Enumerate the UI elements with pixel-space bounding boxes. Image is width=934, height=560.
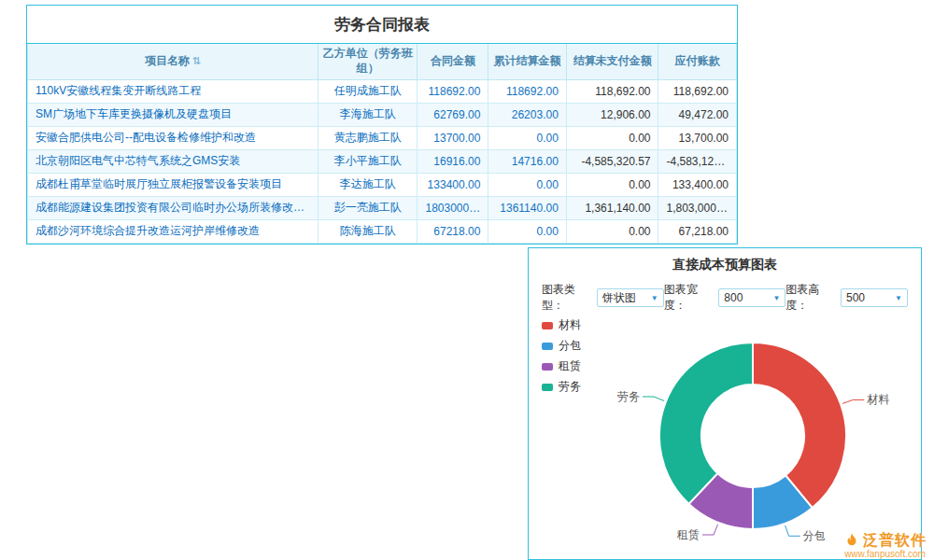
unit-link[interactable]: 李海施工队 [318, 103, 417, 126]
column-header: 乙方单位（劳务班组） [318, 44, 417, 79]
settled-amount: 26203.00 [488, 103, 566, 126]
project-name-link[interactable]: 北京朝阳区电气中芯特气系统之GMS安装 [28, 149, 318, 173]
sort-icon[interactable]: ⇅ [192, 55, 201, 66]
unit-link[interactable]: 陈海施工队 [318, 219, 417, 243]
column-header: 应付账款 [658, 44, 737, 79]
chevron-down-icon: ▼ [895, 294, 902, 302]
unpaid-amount: -4,585,320.57 [566, 149, 658, 173]
pie-label-line [785, 525, 800, 536]
pie-label-line [643, 397, 664, 401]
unit-link[interactable]: 黄志鹏施工队 [318, 126, 417, 149]
vendor-watermark: 泛普软件 www.fanpusoft.com [843, 532, 927, 559]
settled-amount: 0.00 [488, 219, 566, 243]
report-table-body: 110kV安徽线程集变开断线路工程任明成施工队118692.00118692.0… [28, 79, 737, 243]
flame-logo-icon [843, 532, 860, 549]
chart-title: 直接成本预算图表 [529, 248, 921, 280]
report-table: 项目名称⇅乙方单位（劳务班组）合同金额累计结算金额结算未支付金额应付账款 110… [27, 44, 737, 244]
header-row: 项目名称⇅乙方单位（劳务班组）合同金额累计结算金额结算未支付金额应付账款 [28, 44, 737, 79]
payable-amount: 133,400.00 [658, 173, 737, 196]
report-table-header: 项目名称⇅乙方单位（劳务班组）合同金额累计结算金额结算未支付金额应付账款 [28, 44, 737, 79]
unit-link[interactable]: 李小平施工队 [318, 149, 417, 173]
vendor-name: 泛普软件 [863, 532, 927, 549]
pie-label: 劳务 [617, 390, 640, 403]
pie-label: 租赁 [676, 528, 700, 541]
pie-chart-svg: 材料分包租赁劳务 [529, 302, 921, 560]
project-name-link[interactable]: 成都能源建设集团投资有限公司临时办公场所装修改造工程EPC [28, 196, 318, 219]
project-name-link[interactable]: SM广场地下车库更换摄像机及硬盘项目 [28, 103, 318, 126]
pie-label-line [702, 525, 718, 535]
settled-amount: 0.00 [488, 126, 566, 149]
unpaid-amount: 1,361,140.00 [566, 196, 658, 219]
table-row: 110kV安徽线程集变开断线路工程任明成施工队118692.00118692.0… [28, 79, 737, 103]
table-row: 成都能源建设集团投资有限公司临时办公场所装修改造工程EPC彭一亮施工队18030… [28, 196, 737, 219]
payable-amount: 67,218.00 [658, 219, 737, 243]
contract-amount: 67218.00 [417, 219, 488, 243]
unpaid-amount: 12,906.00 [566, 103, 658, 126]
pie-slice-材料[interactable] [753, 343, 846, 508]
table-row: 安徽合肥供电公司--配电设备检修维护和改造黄志鹏施工队13700.000.000… [28, 126, 737, 149]
payable-amount: 49,472.00 [658, 103, 737, 126]
unit-link[interactable]: 彭一亮施工队 [318, 196, 417, 219]
pie-label: 分包 [803, 529, 826, 542]
unpaid-amount: 0.00 [566, 219, 658, 243]
chevron-down-icon: ▼ [651, 294, 658, 302]
table-row: 成都沙河环境综合提升改造运河护岸维修改造陈海施工队67218.000.000.0… [28, 219, 737, 243]
page-title: 劳务合同报表 [27, 6, 737, 44]
direct-cost-budget-chart-panel: 直接成本预算图表 图表类型： 饼状图 ▼ 图表宽度： 800 ▼ 图表高度： 5… [528, 247, 922, 560]
contract-amount: 1803000.00 [417, 196, 488, 219]
table-row: SM广场地下车库更换摄像机及硬盘项目李海施工队62769.0026203.001… [28, 103, 737, 126]
table-row: 北京朝阳区电气中芯特气系统之GMS安装李小平施工队16916.0014716.0… [28, 149, 737, 173]
contract-amount: 16916.00 [417, 149, 488, 173]
project-name-link[interactable]: 成都沙河环境综合提升改造运河护岸维修改造 [28, 219, 318, 243]
payable-amount: -4,583,120.57 [658, 149, 737, 173]
table-row: 成都杜甫草堂临时展厅独立展柜报警设备安装项目李达施工队133400.000.00… [28, 173, 737, 196]
settled-amount: 1361140.00 [488, 196, 566, 219]
contract-amount: 13700.00 [417, 126, 488, 149]
payable-amount: 118,692.00 [658, 79, 737, 103]
vendor-url: www.fanpusoft.com [843, 549, 927, 559]
unpaid-amount: 0.00 [566, 126, 658, 149]
pie-label-line [842, 399, 864, 403]
pie-label: 材料 [866, 393, 889, 406]
column-header: 结算未支付金额 [566, 44, 658, 79]
column-header: 合同金额 [417, 44, 488, 79]
unpaid-amount: 118,692.00 [566, 79, 658, 103]
settled-amount: 14716.00 [488, 149, 566, 173]
project-name-link[interactable]: 110kV安徽线程集变开断线路工程 [28, 79, 318, 103]
contract-amount: 62769.00 [417, 103, 488, 126]
contract-amount: 118692.00 [417, 79, 488, 103]
project-name-link[interactable]: 成都杜甫草堂临时展厅独立展柜报警设备安装项目 [28, 173, 318, 196]
pie-slice-劳务[interactable] [659, 343, 753, 504]
payable-amount: 1,803,000.00 [658, 196, 737, 219]
column-header: 累计结算金额 [488, 44, 566, 79]
chevron-down-icon: ▼ [772, 294, 780, 302]
settled-amount: 0.00 [488, 173, 566, 196]
contract-amount: 133400.00 [417, 173, 488, 196]
unpaid-amount: 0.00 [566, 173, 658, 196]
settled-amount: 118692.00 [488, 79, 566, 103]
column-header: 项目名称⇅ [28, 44, 318, 79]
payable-amount: 13,700.00 [658, 126, 737, 149]
labor-contract-report-panel: 劳务合同报表 项目名称⇅乙方单位（劳务班组）合同金额累计结算金额结算未支付金额应… [26, 5, 738, 245]
unit-link[interactable]: 李达施工队 [318, 173, 417, 196]
unit-link[interactable]: 任明成施工队 [318, 79, 417, 103]
project-name-link[interactable]: 安徽合肥供电公司--配电设备检修维护和改造 [28, 126, 318, 149]
